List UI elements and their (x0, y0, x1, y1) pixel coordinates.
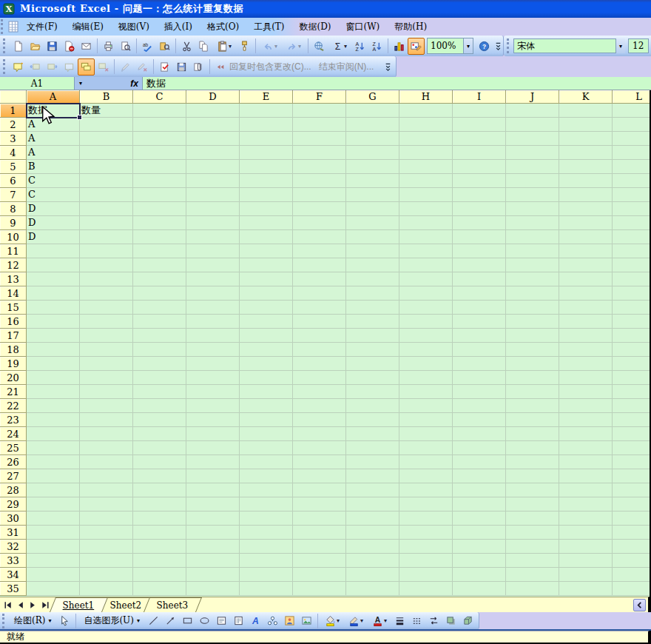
spelling-button[interactable]: ab (139, 38, 156, 55)
cell-D14[interactable] (186, 286, 240, 301)
row-header-22[interactable]: 22 (0, 399, 27, 413)
cell-A9[interactable]: D (27, 216, 80, 230)
cell-I15[interactable] (453, 301, 506, 315)
cell-I26[interactable] (453, 455, 506, 469)
row-header-30[interactable]: 30 (0, 511, 27, 526)
cell-D19[interactable] (186, 357, 240, 371)
cell-F23[interactable] (293, 413, 346, 427)
cell-J31[interactable] (506, 526, 559, 540)
cell-B16[interactable] (80, 315, 133, 329)
cell-C33[interactable] (133, 554, 186, 568)
cell-F20[interactable] (293, 371, 346, 385)
cell-F10[interactable] (293, 230, 346, 244)
cell-C30[interactable] (133, 511, 186, 526)
cell-F26[interactable] (293, 455, 346, 469)
first-sheet-button[interactable] (1, 599, 14, 611)
cell-C8[interactable] (133, 202, 186, 216)
row-header-19[interactable]: 19 (0, 357, 27, 371)
font-size-combobox[interactable]: 12 (628, 38, 649, 53)
row-header-23[interactable]: 23 (0, 413, 27, 427)
row-header-15[interactable]: 15 (0, 301, 27, 315)
cell-K33[interactable] (559, 554, 613, 568)
menu-item-o[interactable]: 格式(O) (200, 19, 246, 36)
cell-G15[interactable] (346, 301, 399, 315)
cell-K9[interactable] (559, 216, 613, 230)
cell-K1[interactable] (559, 104, 613, 118)
cell-H18[interactable] (399, 343, 453, 357)
cell-L15[interactable] (613, 301, 651, 315)
toolbar-options-button[interactable] (476, 612, 479, 629)
column-header-C[interactable]: C (133, 90, 186, 104)
drawing-button[interactable] (408, 38, 425, 55)
cell-F14[interactable] (293, 286, 346, 301)
cell-J25[interactable] (506, 441, 559, 455)
row-header-29[interactable]: 29 (0, 497, 27, 511)
line-button[interactable] (145, 612, 162, 629)
cell-J14[interactable] (506, 286, 559, 301)
cell-C25[interactable] (133, 441, 186, 455)
cell-J6[interactable] (506, 174, 559, 188)
help-button[interactable]: ? (476, 38, 493, 55)
insert-wordart-button[interactable]: A (247, 612, 264, 629)
cell-L13[interactable] (613, 272, 651, 286)
cell-K12[interactable] (559, 258, 613, 272)
format-painter-button[interactable] (236, 38, 253, 55)
cell-K28[interactable] (559, 483, 613, 497)
row-header-21[interactable]: 21 (0, 385, 27, 399)
cell-E13[interactable] (240, 272, 293, 286)
cell-E20[interactable] (240, 371, 293, 385)
cell-G28[interactable] (346, 483, 399, 497)
cell-D3[interactable] (186, 132, 240, 146)
insert-comment-button[interactable] (10, 58, 27, 76)
chevron-down-icon[interactable]: ▾ (463, 38, 473, 53)
cell-J18[interactable] (506, 343, 559, 357)
row-header-1[interactable]: 1 (0, 104, 27, 118)
cell-C10[interactable] (133, 230, 186, 244)
next-comment-button[interactable] (44, 58, 61, 76)
cell-D32[interactable] (186, 540, 240, 554)
cell-H32[interactable] (399, 540, 453, 554)
cell-I33[interactable] (453, 554, 506, 568)
cell-L17[interactable] (613, 329, 651, 343)
cell-E21[interactable] (240, 385, 293, 399)
cell-G26[interactable] (346, 455, 399, 469)
cell-F17[interactable] (293, 329, 346, 343)
row-header-17[interactable]: 17 (0, 329, 27, 343)
cell-C11[interactable] (133, 244, 186, 258)
cell-J20[interactable] (506, 371, 559, 385)
open-button[interactable] (27, 38, 44, 55)
row-header-35[interactable]: 35 (0, 582, 27, 596)
cell-D6[interactable] (186, 174, 240, 188)
cell-I7[interactable] (453, 188, 506, 202)
cell-D34[interactable] (186, 568, 240, 582)
cell-F13[interactable] (293, 272, 346, 286)
cell-B29[interactable] (80, 497, 133, 511)
cell-G14[interactable] (346, 286, 399, 301)
rectangle-button[interactable] (179, 612, 196, 629)
cell-B6[interactable] (80, 174, 133, 188)
cell-L34[interactable] (613, 568, 651, 582)
menu-item-v[interactable]: 视图(V) (111, 19, 157, 36)
cell-A25[interactable] (27, 441, 80, 455)
cell-L31[interactable] (613, 526, 651, 540)
cell-F29[interactable] (293, 497, 346, 511)
cell-D21[interactable] (186, 385, 240, 399)
cell-H27[interactable] (399, 469, 453, 483)
cell-C26[interactable] (133, 455, 186, 469)
cell-E25[interactable] (240, 441, 293, 455)
insert-diagram-button[interactable] (264, 612, 281, 629)
cell-K13[interactable] (559, 272, 613, 286)
cell-I25[interactable] (453, 441, 506, 455)
cell-C12[interactable] (133, 258, 186, 272)
cell-K25[interactable] (559, 441, 613, 455)
cell-J8[interactable] (506, 202, 559, 216)
row-header-4[interactable]: 4 (0, 146, 27, 160)
update-file-button[interactable] (156, 58, 173, 76)
cell-E17[interactable] (240, 329, 293, 343)
print-preview-button[interactable] (117, 38, 134, 55)
redo-button[interactable]: ▾ (282, 38, 306, 55)
cell-J33[interactable] (506, 554, 559, 568)
cell-J4[interactable] (506, 146, 559, 160)
cell-H6[interactable] (399, 174, 453, 188)
cell-C4[interactable] (133, 146, 186, 160)
